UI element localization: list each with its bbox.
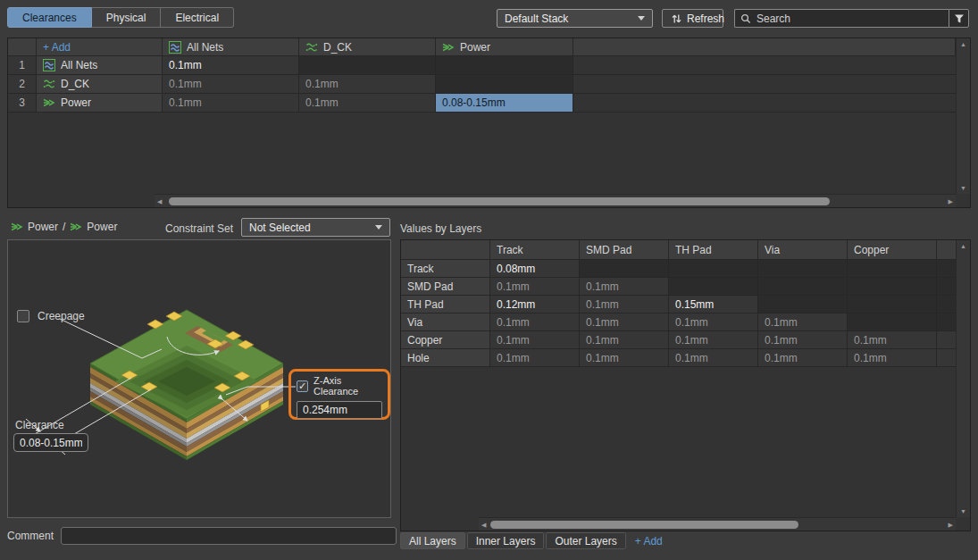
refresh-button[interactable]: Refresh <box>662 9 723 28</box>
scroll-right-icon[interactable]: ▶ <box>949 522 953 529</box>
matrix-hscroll-thumb[interactable] <box>169 197 830 205</box>
matrix-column-header-power[interactable]: Power <box>436 38 573 56</box>
matrix-header-filler <box>573 38 956 56</box>
vbl-row-header-hole[interactable]: Hole <box>401 349 490 367</box>
constraint-set-value: Not Selected <box>249 221 311 234</box>
vbl-cell-hole-smd-pad[interactable]: 0.1mm <box>580 349 669 367</box>
vbl-cell-copper-track[interactable]: 0.1mm <box>490 331 580 349</box>
pair-left-label: Power <box>28 221 58 233</box>
vbl-row-header-th-pad[interactable]: TH Pad <box>401 296 490 313</box>
vbl-row-header-copper[interactable]: Copper <box>401 331 490 349</box>
vbl-cell-extra <box>937 278 957 296</box>
scroll-right-icon[interactable]: ▶ <box>949 198 953 205</box>
vbl-column-header-via[interactable]: Via <box>758 240 848 260</box>
tab-clearances[interactable]: Clearances <box>7 7 92 28</box>
vbl-column-header-copper[interactable]: Copper <box>848 240 937 260</box>
vbl-cell-smd-pad-smd-pad[interactable]: 0.1mm <box>580 278 669 296</box>
constraint-set-dropdown[interactable]: Not Selected <box>241 218 390 237</box>
vbl-cell-copper-via[interactable]: 0.1mm <box>758 331 848 349</box>
layer-tab-inner[interactable]: Inner Layers <box>467 532 545 549</box>
stack-selector-dropdown[interactable]: Default Stack <box>497 9 653 28</box>
vbl-column-header-th-pad[interactable]: TH Pad <box>669 240 758 260</box>
vbl-column-header-track[interactable]: Track <box>490 240 580 260</box>
funnel-icon <box>954 13 965 24</box>
scroll-left-icon[interactable]: ◀ <box>157 198 162 205</box>
vbl-cell-hole-copper[interactable]: 0.1mm <box>848 349 937 367</box>
comment-input[interactable] <box>61 527 397 545</box>
scroll-up-icon[interactable]: ▲ <box>960 243 966 249</box>
scroll-down-icon[interactable]: ▼ <box>960 508 966 514</box>
vbl-cell-smd-pad-copper[interactable] <box>848 278 937 296</box>
scroll-down-icon[interactable]: ▼ <box>960 185 966 191</box>
vbl-cell-track-track[interactable]: 0.08mm <box>490 260 580 278</box>
vbl-cell-th-pad-track[interactable]: 0.12mm <box>490 296 580 313</box>
matrix-cell-all-nets-all-nets[interactable]: 0.1mm <box>163 56 299 75</box>
matrix-row-header-all-nets[interactable]: All Nets <box>37 56 163 75</box>
vbl-cell-hole-track[interactable]: 0.1mm <box>490 349 580 367</box>
vbl-cell-th-pad-via[interactable] <box>758 296 848 313</box>
vbl-cell-via-track[interactable]: 0.1mm <box>490 313 580 331</box>
matrix-horizontal-scrollbar[interactable]: ◀ ▶ <box>155 194 956 207</box>
diff-pair-icon <box>43 78 55 90</box>
tab-electrical[interactable]: Electrical <box>161 7 234 28</box>
matrix-row-header-power[interactable]: Power <box>37 94 163 113</box>
matrix-row-header-d-ck[interactable]: D_CK <box>37 75 163 94</box>
add-layer-tab-button[interactable]: + Add <box>635 535 663 547</box>
matrix-cell-d-ck-power[interactable] <box>436 75 573 94</box>
matrix-vertical-scrollbar[interactable]: ▲ ▼ <box>956 38 970 194</box>
scroll-left-icon[interactable]: ◀ <box>481 522 486 529</box>
vbl-cell-via-smd-pad[interactable]: 0.1mm <box>580 313 669 331</box>
vbl-cell-track-copper[interactable] <box>848 260 937 278</box>
vbl-cell-copper-copper[interactable]: 0.1mm <box>848 331 937 349</box>
vbl-cell-track-smd-pad[interactable] <box>580 260 669 278</box>
vbl-row-header-smd-pad[interactable]: SMD Pad <box>401 278 490 296</box>
vbl-cell-extra <box>937 313 957 331</box>
vbl-cell-via-th-pad[interactable]: 0.1mm <box>669 313 758 331</box>
vbl-corner-cell <box>401 240 490 260</box>
matrix-cell-all-nets-power[interactable] <box>436 56 573 75</box>
pair-separator: / <box>63 221 65 233</box>
vbl-cell-via-via[interactable]: 0.1mm <box>758 313 848 331</box>
vbl-cell-hole-via[interactable]: 0.1mm <box>758 349 848 367</box>
vbl-cell-track-via[interactable] <box>758 260 848 278</box>
vbl-cell-via-copper[interactable] <box>848 313 937 331</box>
vbl-row-header-via[interactable]: Via <box>401 313 490 331</box>
scroll-up-icon[interactable]: ▲ <box>960 41 966 47</box>
matrix-cell-power-all-nets[interactable]: 0.1mm <box>163 94 299 113</box>
vbl-cell-copper-th-pad[interactable]: 0.1mm <box>669 331 758 349</box>
tab-physical[interactable]: Physical <box>92 7 162 28</box>
search-input[interactable] <box>756 13 943 25</box>
vbl-cell-hole-th-pad[interactable]: 0.1mm <box>669 349 758 367</box>
vbl-row-header-track[interactable]: Track <box>401 260 490 278</box>
vbl-hscroll-thumb[interactable] <box>490 521 798 529</box>
matrix-add-button[interactable]: + Add <box>37 38 163 56</box>
filter-button[interactable] <box>949 9 969 28</box>
matrix-header-row: + AddAll NetsD_CKPower <box>8 38 956 56</box>
matrix-cell-all-nets-d-ck[interactable] <box>299 56 436 75</box>
vbl-column-header-smd-pad[interactable]: SMD Pad <box>580 240 669 260</box>
vbl-cell-track-th-pad[interactable] <box>669 260 758 278</box>
matrix-cell-d-ck-all-nets[interactable]: 0.1mm <box>163 75 299 94</box>
matrix-cell-power-power[interactable]: 0.08-0.15mm <box>436 94 573 113</box>
vbl-vertical-scrollbar[interactable]: ▲ ▼ <box>956 240 970 517</box>
layer-tab-outer[interactable]: Outer Layers <box>546 532 625 549</box>
clearance-value-input[interactable] <box>13 433 88 452</box>
net-class-icon <box>11 221 23 233</box>
vbl-cell-th-pad-smd-pad[interactable]: 0.1mm <box>580 296 669 313</box>
matrix-column-header-all-nets[interactable]: All Nets <box>163 38 299 56</box>
vbl-cell-smd-pad-th-pad[interactable] <box>669 278 758 296</box>
vbl-cell-extra <box>937 296 957 313</box>
matrix-cell-power-d-ck[interactable]: 0.1mm <box>299 94 436 113</box>
zaxis-clearance-input[interactable] <box>297 401 382 419</box>
vbl-cell-smd-pad-track[interactable]: 0.1mm <box>490 278 580 296</box>
vbl-cell-th-pad-th-pad[interactable]: 0.15mm <box>669 296 758 313</box>
vbl-cell-copper-smd-pad[interactable]: 0.1mm <box>580 331 669 349</box>
vbl-horizontal-scrollbar[interactable]: ◀ ▶ <box>479 517 956 531</box>
zaxis-clearance-checkbox[interactable]: ✓ <box>297 380 308 392</box>
chevron-down-icon <box>638 16 645 21</box>
layer-tab-all[interactable]: All Layers <box>400 532 465 549</box>
vbl-cell-th-pad-copper[interactable] <box>848 296 937 313</box>
vbl-cell-smd-pad-via[interactable] <box>758 278 848 296</box>
matrix-cell-d-ck-d-ck[interactable]: 0.1mm <box>299 75 436 94</box>
matrix-column-header-d-ck[interactable]: D_CK <box>299 38 436 56</box>
